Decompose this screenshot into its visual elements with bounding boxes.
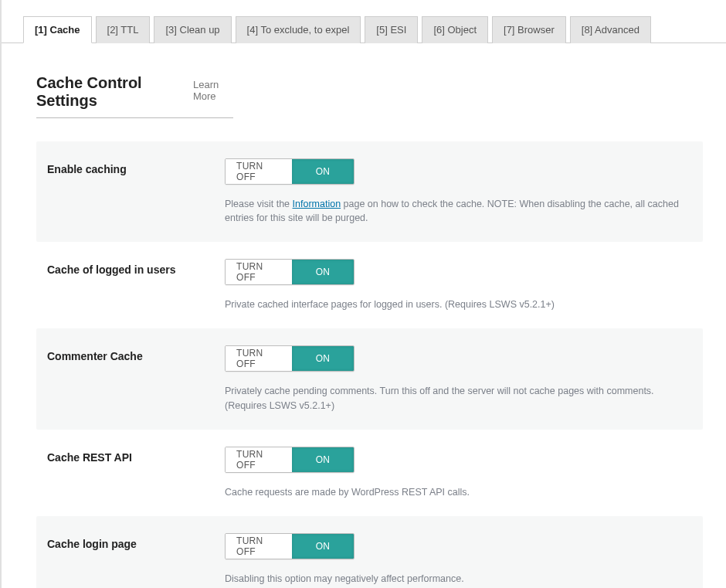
settings-list: Enable cachingTURN OFFONPlease visit the… xyxy=(36,141,703,588)
settings-tabs: [1] Cache[2] TTL[3] Clean up[4] To exclu… xyxy=(2,0,726,43)
setting-row: Enable cachingTURN OFFONPlease visit the… xyxy=(36,141,703,242)
toggle[interactable]: TURN OFFON xyxy=(225,447,355,473)
setting-description: Please visit the Information page on how… xyxy=(225,197,692,225)
setting-description: Private cached interface pages for logge… xyxy=(225,297,692,311)
toggle-off[interactable]: TURN OFF xyxy=(226,260,292,284)
tab-8[interactable]: [8] Advanced xyxy=(570,16,651,43)
toggle-off[interactable]: TURN OFF xyxy=(226,159,292,184)
setting-label: Commenter Cache xyxy=(47,345,225,412)
setting-body: TURN OFFONCache requests are made by Wor… xyxy=(225,447,692,499)
setting-label: Enable caching xyxy=(47,158,225,225)
setting-body: TURN OFFONPrivately cache pending commen… xyxy=(225,345,692,412)
setting-body: TURN OFFONDisabling this option may nega… xyxy=(225,533,692,586)
tab-4[interactable]: [4] To exclude, to expel xyxy=(236,16,361,43)
tab-1[interactable]: [1] Cache xyxy=(23,16,92,43)
setting-body: TURN OFFONPrivate cached interface pages… xyxy=(225,259,692,311)
tab-2[interactable]: [2] TTL xyxy=(96,16,151,43)
learn-more-link[interactable]: Learn More xyxy=(193,79,233,102)
toggle-off[interactable]: TURN OFF xyxy=(226,534,292,559)
toggle[interactable]: TURN OFFON xyxy=(225,345,355,372)
setting-description: Cache requests are made by WordPress RES… xyxy=(225,485,692,499)
toggle[interactable]: TURN OFFON xyxy=(225,533,355,559)
setting-body: TURN OFFONPlease visit the Information p… xyxy=(225,158,692,225)
setting-label: Cache of logged in users xyxy=(47,259,225,311)
page-title: Cache Control Settings xyxy=(36,74,170,110)
setting-row: Commenter CacheTURN OFFONPrivately cache… xyxy=(36,328,703,429)
setting-label: Cache REST API xyxy=(47,447,225,499)
tab-5[interactable]: [5] ESI xyxy=(365,16,418,43)
toggle-off[interactable]: TURN OFF xyxy=(226,447,292,472)
tab-7[interactable]: [7] Browser xyxy=(492,16,566,43)
tab-3[interactable]: [3] Clean up xyxy=(154,16,231,43)
toggle-on[interactable]: ON xyxy=(292,260,354,284)
tab-6[interactable]: [6] Object xyxy=(422,16,488,43)
information-link[interactable]: Information xyxy=(293,199,341,209)
toggle[interactable]: TURN OFFON xyxy=(225,259,355,285)
toggle-off[interactable]: TURN OFF xyxy=(226,346,292,371)
toggle-on[interactable]: ON xyxy=(292,159,354,184)
setting-row: Cache login pageTURN OFFONDisabling this… xyxy=(36,516,703,588)
setting-row: Cache of logged in usersTURN OFFONPrivat… xyxy=(36,242,703,328)
setting-description: Disabling this option may negatively aff… xyxy=(225,572,692,586)
toggle[interactable]: TURN OFFON xyxy=(225,158,355,185)
setting-label: Cache login page xyxy=(47,533,225,586)
toggle-on[interactable]: ON xyxy=(292,447,354,472)
toggle-on[interactable]: ON xyxy=(292,346,354,371)
setting-description: Privately cache pending comments. Turn t… xyxy=(225,384,692,412)
setting-row: Cache REST APITURN OFFONCache requests a… xyxy=(36,430,703,516)
toggle-on[interactable]: ON xyxy=(292,534,354,559)
